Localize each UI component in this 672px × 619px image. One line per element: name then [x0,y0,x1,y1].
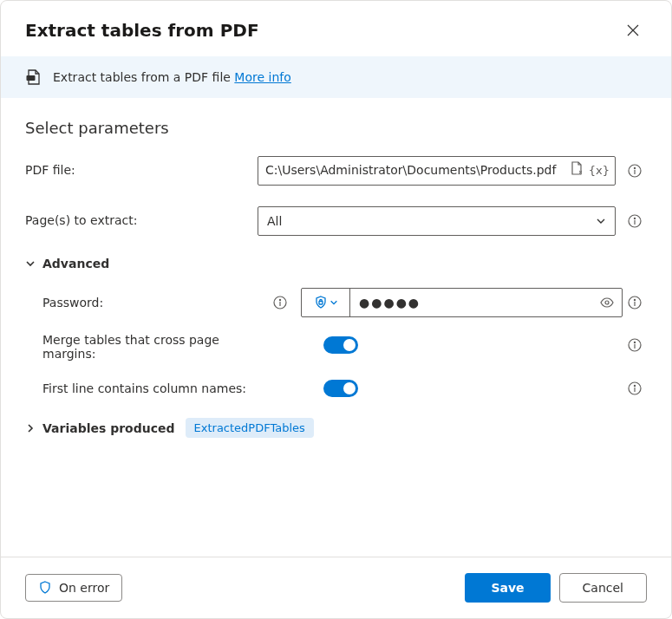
svg-point-11 [634,299,635,300]
variables-label: Variables produced [42,421,175,435]
info-icon [628,296,642,310]
cancel-button[interactable]: Cancel [559,573,647,603]
chevron-down-icon [25,258,36,269]
row-password: Password: ●●●●● [42,288,647,317]
svg-text:PDF: PDF [28,76,36,81]
advanced-label: Advanced [42,257,109,270]
svg-point-13 [634,342,635,342]
chevron-down-icon [596,216,606,226]
svg-point-3 [634,167,635,168]
file-picker-icon[interactable] [570,161,584,180]
info-icon [628,338,642,352]
pdf-icon: PDF [25,68,42,86]
info-icon [628,214,642,228]
advanced-toggle[interactable]: Advanced [25,257,647,270]
eye-icon [600,296,614,310]
pdf-file-label: PDF file: [25,156,251,177]
row-pdf-file: PDF file: C:\Users\Administrator\Documen… [25,156,647,186]
dialog-body: Select parameters PDF file: C:\Users\Adm… [1,98,671,557]
svg-point-9 [605,301,609,304]
row-merge: Merge tables that cross page margins: [42,333,647,361]
close-button[interactable] [619,16,647,44]
shield-lock-icon [314,296,328,310]
svg-rect-8 [319,302,323,305]
first-line-label: First line contains column names: [42,381,246,395]
svg-point-7 [279,299,280,300]
first-line-info-button[interactable] [623,376,647,401]
info-icon [628,164,642,178]
pdf-file-input[interactable]: C:\Users\Administrator\Documents\Product… [258,156,616,186]
info-bar-desc: Extract tables from a PDF file [53,70,234,84]
pdf-file-value: C:\Users\Administrator\Documents\Product… [265,162,556,179]
pages-label: Page(s) to extract: [25,206,251,227]
variables-row: Variables produced ExtractedPDFTables [25,418,647,438]
password-info-button[interactable] [623,290,647,315]
variable-badge[interactable]: ExtractedPDFTables [186,418,314,438]
svg-point-5 [634,218,635,218]
info-bar: PDF Extract tables from a PDF file More … [1,56,671,98]
dialog-footer: On error Save Cancel [1,557,671,618]
merge-toggle[interactable] [323,336,358,354]
chevron-right-icon [25,423,36,433]
password-input[interactable]: ●●●●● [301,288,623,317]
variable-picker-icon[interactable]: {x} [589,163,610,179]
password-label: Password: [42,296,103,310]
dialog: Extract tables from PDF PDF Extract tabl… [0,0,672,619]
pages-select-value: All [267,214,282,228]
pages-info-button[interactable] [623,209,647,233]
password-info-button-left[interactable] [268,290,292,315]
more-info-link[interactable]: More info [234,70,290,84]
shield-icon [38,581,52,595]
section-title: Select parameters [25,119,647,137]
merge-label: Merge tables that cross page margins: [42,333,233,361]
dialog-header: Extract tables from PDF [1,1,671,56]
info-icon [273,296,287,310]
chevron-down-icon [329,298,338,307]
merge-info-button[interactable] [623,333,647,357]
on-error-button[interactable]: On error [25,574,122,602]
first-line-toggle[interactable] [323,380,358,397]
row-first-line: First line contains column names: [42,376,647,401]
password-reveal-button[interactable] [592,289,622,316]
advanced-body: Password: ●●●●● [25,288,647,401]
close-icon [627,24,639,36]
save-button[interactable]: Save [465,573,550,603]
password-type-selector[interactable] [302,289,350,316]
password-value[interactable]: ●●●●● [350,289,592,316]
pages-select[interactable]: All [258,206,616,236]
dialog-title: Extract tables from PDF [25,20,259,41]
row-pages: Page(s) to extract: All [25,206,647,236]
on-error-label: On error [59,581,109,595]
info-bar-text: Extract tables from a PDF file More info [53,70,291,84]
variables-toggle[interactable]: Variables produced [25,421,175,435]
svg-point-15 [634,385,635,386]
info-icon [628,381,642,395]
pdf-file-info-button[interactable] [623,159,647,183]
